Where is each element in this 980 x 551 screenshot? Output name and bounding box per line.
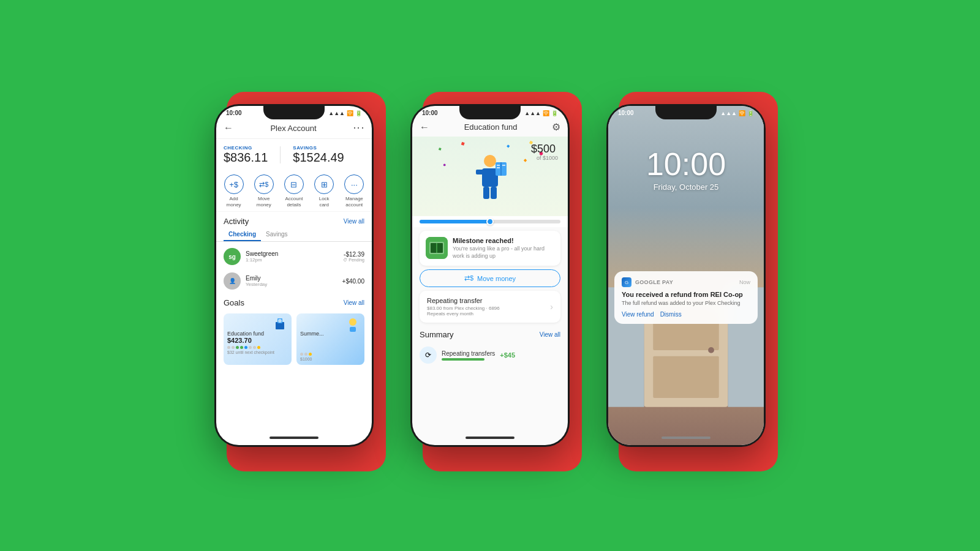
activity-title: Activity xyxy=(224,217,249,226)
lock-card-button[interactable]: ⊞ Lockcard xyxy=(311,174,337,208)
emily-amount-col: +$40.00 xyxy=(342,278,364,285)
lock-date: Friday, October 25 xyxy=(608,182,764,192)
emily-time: Yesterday xyxy=(246,282,337,287)
add-money-button[interactable]: +$ Addmoney xyxy=(221,174,247,208)
phone2-status-icons: ▲▲▲ 🛜 🔋 xyxy=(524,110,558,116)
notif-body: The full refund was added to your Plex C… xyxy=(622,300,750,307)
svg-rect-29 xyxy=(653,356,718,398)
milestone-icon xyxy=(426,237,448,259)
p3-battery-icon: 🔋 xyxy=(747,110,754,116)
dot1 xyxy=(227,346,230,349)
phones-container: 10:00 ▲▲▲ 🛜 🔋 ← Plex Account ⋮ xyxy=(214,104,766,447)
svg-point-3 xyxy=(349,318,356,326)
summary-section: Summary View all ⟳ Repeating transfers +… xyxy=(412,326,568,370)
milestone-card: Milestone reached! You're saving like a … xyxy=(420,231,560,266)
dot5 xyxy=(244,346,247,349)
milestone-title: Milestone reached! xyxy=(453,237,554,244)
svg-rect-22 xyxy=(502,165,505,166)
repeating-transfer-card[interactable]: Repeating transfer $83.00 from Plex chec… xyxy=(420,291,560,323)
notif-header: G Google Pay Now xyxy=(622,277,750,287)
dismiss-button[interactable]: Dismiss xyxy=(660,311,682,318)
edu-settings-icon[interactable]: ⚙ xyxy=(552,121,560,133)
svg-point-2 xyxy=(278,319,282,323)
add-money-label: Addmoney xyxy=(227,196,241,208)
goal-summer-subtext: $1000 xyxy=(300,357,361,361)
add-money-icon: +$ xyxy=(224,174,244,194)
notif-title: You received a refund from REI Co-op xyxy=(622,290,750,299)
phone1-title: Plex Account xyxy=(270,124,316,133)
goal-summer-figure xyxy=(344,316,362,334)
more-options-icon[interactable]: ⋮ xyxy=(352,122,366,133)
edu-header: ← Education fund ⚙ xyxy=(412,118,568,137)
summary-item-label: Repeating transfers xyxy=(442,350,495,357)
sweetgreen-time: 1:12pm xyxy=(246,257,338,263)
phone3-status-icons: ▲▲▲ 🛜 🔋 xyxy=(720,110,754,116)
emily-amount: +$40.00 xyxy=(342,278,364,285)
tab-checking[interactable]: Checking xyxy=(224,228,261,241)
svg-rect-16 xyxy=(483,187,489,199)
goal-education-dots xyxy=(227,346,288,349)
svg-rect-10 xyxy=(524,159,527,162)
lock-time-display: 10:00 Friday, October 25 xyxy=(608,118,764,192)
summary-transfer-icon: ⟳ xyxy=(420,347,437,364)
phone1-notch xyxy=(263,106,325,119)
progress-thumb[interactable] xyxy=(486,218,494,225)
account-details-button[interactable]: ⊟ Accountdetails xyxy=(281,174,307,208)
actions-row: +$ Addmoney ⇄$ Movemoney ⊟ Accountdetail… xyxy=(216,171,372,212)
google-pay-icon: G xyxy=(622,277,631,287)
move-money-button[interactable]: ⇄$ Move money xyxy=(420,269,560,287)
account-details-icon: ⊟ xyxy=(284,174,304,194)
back-arrow-icon[interactable]: ← xyxy=(224,122,233,133)
edu-amount: $500 xyxy=(531,143,556,156)
goal-summer-dots xyxy=(300,353,361,356)
sdot1 xyxy=(300,353,303,356)
goals-section-header: Goals View all xyxy=(216,293,372,310)
activity-view-all[interactable]: View all xyxy=(344,218,364,225)
goal-summer[interactable]: Summe... $1000 xyxy=(296,313,364,365)
dot6 xyxy=(249,346,252,349)
milestone-svg xyxy=(426,237,448,259)
milestone-text: You're saving like a pro - all your hard… xyxy=(453,246,554,260)
balances-section: CHECKING $836.11 SAVINGS $1524.49 xyxy=(216,139,372,171)
phone2-home-indicator xyxy=(466,437,514,439)
dot7 xyxy=(253,346,256,349)
phone1-header: ← Plex Account ⋮ xyxy=(216,118,372,139)
summary-header: Summary View all xyxy=(420,330,560,339)
svg-point-12 xyxy=(484,155,496,167)
p3-signal-icon: ▲▲▲ xyxy=(720,110,737,116)
phone1-status-icons: ▲▲▲ 🛜 🔋 xyxy=(328,110,362,116)
edu-title: Education fund xyxy=(464,122,518,132)
phone3-screen: 10:00 ▲▲▲ 🛜 🔋 10:00 Friday, October 25 xyxy=(608,106,764,445)
p2-wifi-icon: 🛜 xyxy=(543,110,549,116)
transaction-sweetgreen: sg Sweetgreen 1:12pm -$12.39 ⏱ Pending xyxy=(216,244,372,269)
phone1: 10:00 ▲▲▲ 🛜 🔋 ← Plex Account ⋮ xyxy=(214,104,374,447)
edu-back-icon[interactable]: ← xyxy=(420,122,429,133)
move-money-icon: ⇄$ xyxy=(254,174,274,194)
goals-view-all[interactable]: View all xyxy=(344,299,364,306)
dot2 xyxy=(232,346,235,349)
notif-time: Now xyxy=(739,279,750,285)
move-money-label: Move money xyxy=(477,275,516,282)
manage-account-button[interactable]: ··· Manageaccount xyxy=(341,174,368,208)
tab-savings[interactable]: Savings xyxy=(261,228,293,241)
phone1-screen: 10:00 ▲▲▲ 🛜 🔋 ← Plex Account ⋮ xyxy=(216,106,372,445)
lock-card-label: Lockcard xyxy=(319,196,330,208)
checking-amount: $836.11 xyxy=(224,151,268,165)
activity-section-header: Activity View all xyxy=(216,212,372,228)
move-money-icon: ⇄$ xyxy=(464,274,473,282)
phone3-home-indicator xyxy=(662,437,710,439)
savings-balance: SAVINGS $1524.49 xyxy=(293,145,344,165)
edu-of-amount: of $1000 xyxy=(537,155,558,161)
summary-item-amount: +$45 xyxy=(500,351,515,359)
goal-education[interactable]: Education fund $423.70 $32 unt xyxy=(224,313,292,365)
rt-title: Repeating transfer xyxy=(427,297,500,304)
summary-view-all[interactable]: View all xyxy=(540,331,560,338)
view-refund-button[interactable]: View refund xyxy=(622,311,654,318)
emily-avatar: 👤 xyxy=(224,272,241,290)
rt-sub: $83.00 from Plex checking · 6896Repeats … xyxy=(427,305,500,317)
sdot3 xyxy=(309,353,312,356)
summary-title: Summary xyxy=(420,330,454,339)
move-money-button[interactable]: ⇄$ Movemoney xyxy=(251,174,277,208)
svg-point-11 xyxy=(443,164,446,167)
notif-app-name: Google Pay xyxy=(635,279,673,285)
